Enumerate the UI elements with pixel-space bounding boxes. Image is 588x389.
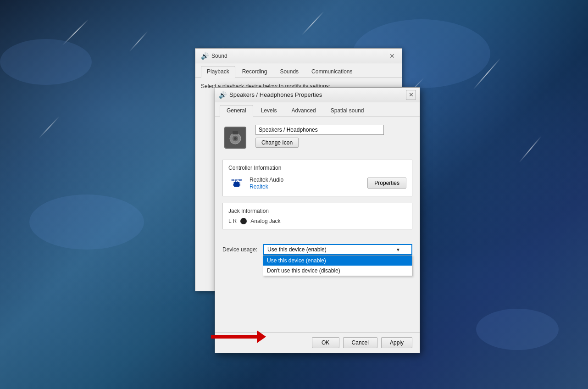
tab-recording[interactable]: Recording [236, 66, 273, 77]
device-usage-select-wrapper[interactable]: Use this device (enable) ▼ Use this devi… [263, 244, 412, 255]
sound-dialog-title-area: 🔊 Sound [201, 52, 227, 60]
device-usage-selected-text: Use this device (enable) [267, 246, 327, 253]
sound-dialog-tabs: Playback Recording Sounds Communications [195, 63, 402, 78]
jack-lr-label: L R [228, 218, 237, 224]
jack-dot-indicator [240, 218, 247, 224]
jack-section-title: Jack Information [228, 208, 406, 214]
svg-rect-4 [233, 131, 238, 134]
realtek-icon: REALTEK [228, 175, 245, 191]
controller-row: REALTEK [228, 175, 406, 191]
realtek-link[interactable]: Realtek [250, 183, 268, 190]
properties-title-area: 🔊 Speakers / Headphones Properties [219, 91, 322, 99]
realtek-svg-icon: REALTEK [228, 175, 245, 191]
tab-sounds[interactable]: Sounds [274, 66, 305, 77]
properties-content: Change Icon Controller Information REALT… [215, 117, 420, 244]
dropdown-arrow-icon: ▼ [396, 247, 400, 252]
arrow-head [257, 330, 266, 343]
device-name-column: Change Icon [255, 125, 412, 148]
arrow-body [211, 335, 257, 339]
sound-dialog-title: Sound [211, 53, 227, 59]
properties-dialog: 🔊 Speakers / Headphones Properties ✕ Gen… [215, 87, 420, 353]
controller-left: REALTEK [228, 175, 283, 191]
dropdown-item-enable[interactable]: Use this device (enable) [263, 256, 412, 266]
properties-titlebar: 🔊 Speakers / Headphones Properties ✕ [215, 88, 420, 102]
svg-text:REALTEK: REALTEK [231, 179, 242, 182]
sound-dialog-icon: 🔊 [201, 52, 209, 60]
tab-playback[interactable]: Playback [201, 66, 235, 78]
jack-row: L R Analog Jack [228, 218, 406, 224]
ok-button[interactable]: OK [312, 337, 339, 348]
svg-point-3 [234, 137, 237, 140]
controller-section: Controller Information REALTEK [222, 160, 412, 196]
svg-rect-7 [234, 182, 239, 187]
jack-section: Jack Information L R Analog Jack [222, 203, 412, 229]
properties-tabs: General Levels Advanced Spatial sound [215, 102, 420, 117]
prop-tab-spatial[interactable]: Spatial sound [324, 105, 371, 116]
controller-name: Realtek Audio [250, 177, 283, 183]
device-icon [224, 127, 246, 149]
controller-section-title: Controller Information [228, 165, 406, 171]
device-icon-box [222, 125, 248, 150]
red-arrow-indicator [211, 330, 266, 343]
prop-tab-general[interactable]: General [220, 105, 253, 117]
tab-communications[interactable]: Communications [305, 66, 358, 77]
properties-dialog-title: Speakers / Headphones Properties [229, 91, 322, 98]
controller-properties-button[interactable]: Properties [367, 178, 406, 189]
device-row: Change Icon [222, 125, 412, 150]
sound-dialog-titlebar: 🔊 Sound ✕ [195, 49, 402, 63]
device-name-input[interactable] [255, 125, 384, 135]
device-usage-row: Device usage: Use this device (enable) ▼… [215, 244, 420, 255]
jack-type-label: Analog Jack [250, 218, 280, 224]
sound-dialog-close-button[interactable]: ✕ [388, 52, 396, 60]
cancel-button[interactable]: Cancel [343, 337, 377, 348]
device-usage-label: Device usage: [222, 246, 257, 253]
dropdown-item-disable[interactable]: Don't use this device (disable) [263, 266, 412, 276]
prop-tab-levels[interactable]: Levels [254, 105, 284, 116]
change-icon-button[interactable]: Change Icon [255, 138, 299, 148]
speaker-svg [225, 128, 245, 148]
prop-tab-advanced[interactable]: Advanced [284, 105, 322, 116]
device-usage-select[interactable]: Use this device (enable) ▼ [263, 244, 412, 255]
properties-title-icon: 🔊 [219, 91, 227, 99]
controller-name-area: Realtek Audio Realtek [250, 177, 283, 190]
device-usage-dropdown[interactable]: Use this device (enable) Don't use this … [263, 255, 412, 276]
apply-button[interactable]: Apply [381, 337, 412, 348]
properties-close-button[interactable]: ✕ [406, 90, 416, 100]
